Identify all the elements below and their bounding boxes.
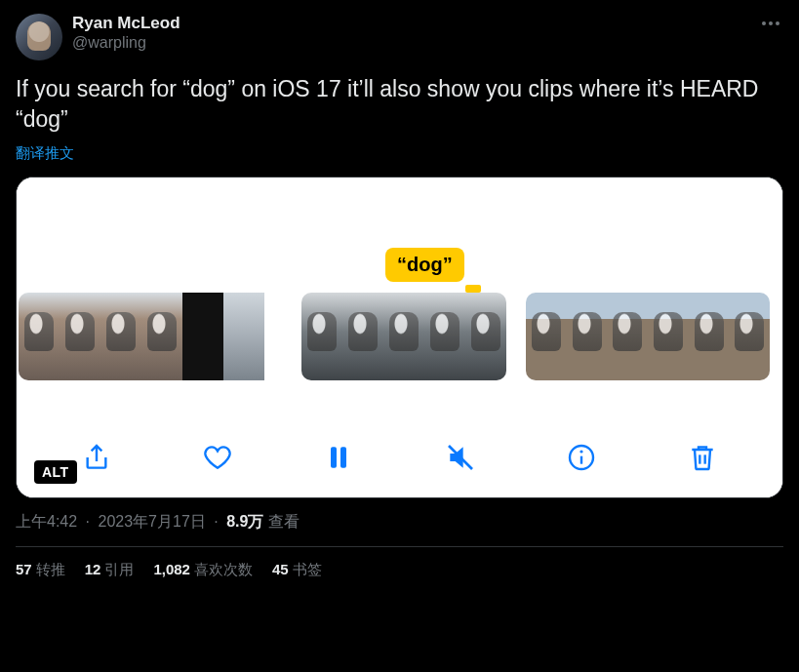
- tweet-text: If you search for “dog” on iOS 17 it’ll …: [16, 74, 783, 135]
- caption-bubble: “dog”: [385, 248, 464, 282]
- views-count: 8.9万: [226, 513, 263, 530]
- media-card[interactable]: “dog”: [16, 177, 783, 498]
- media-toolbar: [17, 423, 782, 497]
- stat-count: 57: [16, 561, 32, 577]
- tweet-container: Ryan McLeod @warpling If you search for …: [0, 0, 799, 589]
- stat-count: 1,082: [153, 561, 190, 577]
- retweets-stat[interactable]: 57转推: [16, 561, 65, 579]
- like-button[interactable]: [198, 438, 237, 477]
- tweet-header: Ryan McLeod @warpling: [16, 14, 783, 60]
- alt-badge[interactable]: ALT: [34, 460, 77, 484]
- mute-button[interactable]: [441, 438, 480, 477]
- pause-button[interactable]: [319, 438, 358, 477]
- tweet-date[interactable]: 2023年7月17日: [99, 513, 206, 530]
- stats-row: 57转推 12引用 1,082喜欢次数 45书签: [16, 547, 783, 579]
- mute-icon: [445, 442, 476, 473]
- pause-icon: [323, 442, 354, 473]
- clip-group-1[interactable]: [19, 293, 282, 380]
- display-name: Ryan McLeod: [72, 14, 180, 33]
- bookmarks-stat[interactable]: 45书签: [272, 561, 322, 579]
- more-button[interactable]: [758, 14, 783, 33]
- trash-icon: [687, 442, 718, 473]
- trash-button[interactable]: [683, 438, 722, 477]
- svg-rect-0: [331, 447, 337, 467]
- video-timeline[interactable]: [17, 293, 782, 380]
- stat-count: 12: [85, 561, 101, 577]
- author-name-block[interactable]: Ryan McLeod @warpling: [72, 14, 180, 52]
- stat-label: 引用: [104, 561, 134, 577]
- views-label-text: 查看: [268, 513, 300, 530]
- stat-label: 喜欢次数: [194, 561, 253, 577]
- clip-group-2[interactable]: [301, 293, 506, 380]
- info-button[interactable]: [562, 438, 601, 477]
- tweet-time[interactable]: 上午4:42: [16, 513, 77, 530]
- handle: @warpling: [72, 34, 180, 52]
- media-preview-area: “dog”: [17, 178, 782, 423]
- share-button[interactable]: [77, 438, 116, 477]
- svg-point-5: [579, 450, 582, 453]
- stat-count: 45: [272, 561, 289, 577]
- info-icon: [566, 442, 597, 473]
- likes-stat[interactable]: 1,082喜欢次数: [153, 561, 253, 579]
- caption-marker: [465, 285, 481, 293]
- svg-rect-1: [340, 447, 346, 467]
- share-icon: [81, 442, 112, 473]
- quotes-stat[interactable]: 12引用: [85, 561, 135, 579]
- clip-group-3[interactable]: [526, 293, 770, 380]
- stat-label: 书签: [293, 561, 322, 577]
- heart-icon: [202, 442, 233, 473]
- tweet-meta: 上午4:42 · 2023年7月17日 · 8.9万 查看: [16, 512, 783, 533]
- translate-link[interactable]: 翻译推文: [16, 144, 783, 163]
- avatar[interactable]: [16, 14, 62, 60]
- stat-label: 转推: [36, 561, 65, 577]
